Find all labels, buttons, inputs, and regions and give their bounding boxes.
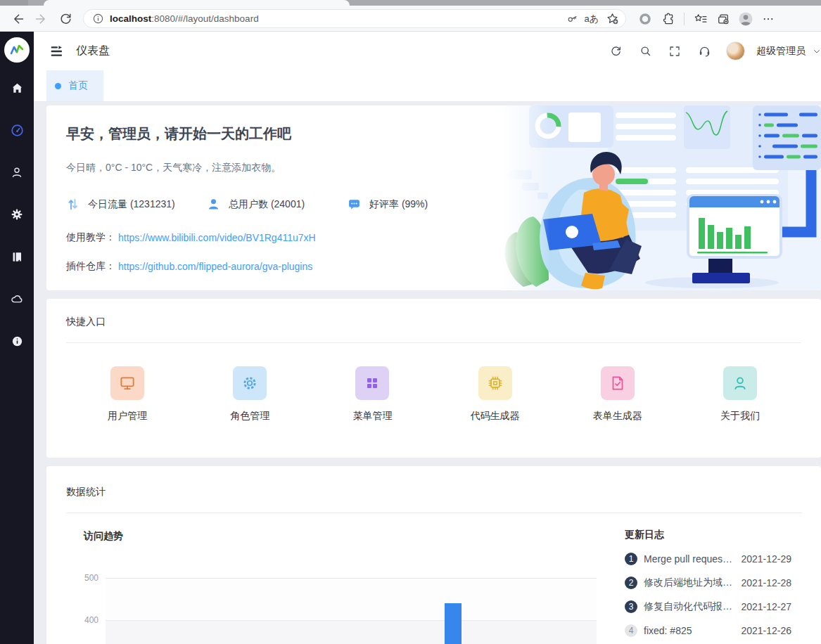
- plugin-link-row: 插件仓库： https://github.com/flipped-aurora/…: [66, 260, 801, 273]
- extension-ring-icon[interactable]: [635, 8, 656, 30]
- app-header: 仪表盘 超级管理员: [34, 32, 821, 70]
- stat-rating: 好评率 (99%): [348, 198, 488, 211]
- gear-outline-icon: [233, 366, 267, 400]
- quick-item-codegen[interactable]: 代码生成器: [434, 366, 556, 423]
- toolbar-divider: [684, 13, 685, 25]
- plugin-link-label: 插件仓库：: [66, 260, 115, 273]
- changelog-item: 4 fixed: #825 2021-12-26: [625, 624, 791, 637]
- divider: [66, 342, 801, 343]
- plugin-link[interactable]: https://github.com/flipped-aurora/gva-pl…: [118, 261, 312, 272]
- avatar[interactable]: [726, 41, 745, 60]
- quick-item-formgen[interactable]: 表单生成器: [556, 366, 679, 423]
- favorite-star-add-icon[interactable]: [604, 11, 620, 27]
- user-name[interactable]: 超级管理员: [756, 45, 806, 58]
- screen: localhost:8080/#/layout/dashboard aあ: [0, 0, 821, 644]
- changelog-date: 2021-12-28: [741, 577, 791, 588]
- form-check-icon: [601, 366, 635, 400]
- browser-actions: [635, 8, 779, 30]
- page-title: 仪表盘: [76, 44, 110, 58]
- rank-badge: 2: [625, 577, 637, 589]
- refresh-icon[interactable]: [604, 39, 628, 63]
- site-info-icon[interactable]: [92, 13, 104, 25]
- quick-label: 角色管理: [230, 410, 269, 423]
- reload-icon[interactable]: [55, 8, 76, 30]
- extensions-puzzle-icon[interactable]: [657, 8, 678, 30]
- data-stats-card: 数据统计 访问趋势 500 400 更新日志: [46, 466, 821, 644]
- password-key-icon[interactable]: [566, 13, 578, 25]
- back-icon[interactable]: [7, 8, 28, 30]
- quick-label: 用户管理: [108, 410, 147, 423]
- gridline: [106, 620, 597, 621]
- quick-label: 关于我们: [720, 410, 760, 423]
- quick-item-about[interactable]: 关于我们: [679, 366, 801, 423]
- rank-badge: 1: [625, 553, 637, 565]
- ytick-500: 500: [75, 573, 98, 583]
- quick-grid: 用户管理 角色管理 菜单管理: [66, 366, 801, 423]
- chart-band: [106, 620, 597, 644]
- stat-traffic: 今日流量 (1231231): [66, 198, 207, 211]
- sidebar-item-settings[interactable]: [8, 206, 25, 223]
- tutorial-link-label: 使用教学：: [66, 231, 115, 244]
- chart-band: [106, 578, 597, 620]
- sidebar-item-dashboard[interactable]: [8, 122, 25, 139]
- traffic-arrows-icon: [66, 198, 79, 211]
- rank-badge: 4: [625, 624, 637, 637]
- quick-label: 代码生成器: [471, 410, 520, 423]
- changelog-item: 2 修改后端地址为域… 2021-12-28: [625, 577, 791, 589]
- page-content: 早安，管理员，请开始一天的工作吧 今日晴，0°C - 10°C，天气寒冷，注意添…: [34, 102, 821, 644]
- search-icon[interactable]: [633, 39, 657, 63]
- monitor-icon: [110, 366, 144, 400]
- url-text[interactable]: localhost:8080/#/layout/dashboard: [110, 13, 560, 24]
- profile-icon[interactable]: [735, 8, 756, 30]
- changelog-text: 修改后端地址为域…: [644, 577, 735, 589]
- menu-dots-icon[interactable]: [758, 8, 779, 30]
- data-stats-title: 数据统计: [46, 486, 821, 498]
- active-tab[interactable]: [44, 0, 350, 6]
- inactive-tab[interactable]: [0, 0, 28, 6]
- rank-badge: 3: [625, 600, 637, 613]
- sidebar-item-library[interactable]: [8, 248, 25, 265]
- stat-users-label: 总用户数 (24001): [229, 198, 305, 211]
- changelog-item: 1 Merge pull reques… 2021-12-29: [625, 553, 791, 565]
- info-icon: [11, 335, 24, 348]
- cpu-icon: [478, 366, 512, 400]
- weather-text: 今日晴，0°C - 10°C，天气寒冷，注意添加衣物。: [66, 162, 801, 174]
- user-icon: [10, 165, 24, 179]
- sidebar-item-cloud[interactable]: [8, 290, 25, 307]
- quick-label: 菜单管理: [352, 410, 392, 423]
- translate-icon[interactable]: aあ: [584, 13, 599, 25]
- gridline: [106, 578, 597, 579]
- quick-entry-card: 快捷入口 用户管理 角色管理: [46, 299, 821, 458]
- collections-icon[interactable]: [713, 8, 734, 30]
- fullscreen-icon[interactable]: [663, 39, 687, 63]
- gear-icon: [10, 207, 24, 221]
- browser-tab-strip[interactable]: [0, 0, 821, 6]
- tutorial-link[interactable]: https://www.bilibili.com/video/BV1Rg411u…: [118, 232, 316, 243]
- sidebar-item-user[interactable]: [8, 164, 25, 181]
- ytick-400: 400: [75, 615, 98, 625]
- rating-comment-icon: [348, 198, 361, 211]
- headset-icon[interactable]: [692, 39, 716, 63]
- cloud-icon: [10, 292, 24, 306]
- visit-trend-chart: 访问趋势 500 400 更新日志 1 Merge pull reques: [46, 513, 821, 644]
- tab-home[interactable]: 首页: [46, 70, 103, 101]
- person-outline-icon: [723, 366, 757, 400]
- forward-icon[interactable]: [31, 8, 52, 30]
- changelog-text: 修复自动化代码报…: [644, 600, 735, 613]
- browser-chrome: localhost:8080/#/layout/dashboard aあ: [0, 0, 821, 32]
- changelog-date: 2021-12-27: [741, 601, 791, 612]
- favorites-bar-icon[interactable]: [690, 8, 711, 30]
- browser-address-bar[interactable]: localhost:8080/#/layout/dashboard aあ: [83, 9, 626, 28]
- quick-item-menus[interactable]: 菜单管理: [311, 366, 433, 423]
- sidebar-item-about[interactable]: [8, 333, 25, 349]
- collapse-menu-icon[interactable]: [48, 42, 66, 60]
- quick-label: 表单生成器: [593, 410, 642, 423]
- sidebar-item-home[interactable]: [8, 79, 25, 96]
- welcome-card: 早安，管理员，请开始一天的工作吧 今日晴，0°C - 10°C，天气寒冷，注意添…: [46, 105, 821, 290]
- changelog-item: 3 修复自动化代码报… 2021-12-27: [625, 600, 791, 613]
- quick-item-users[interactable]: 用户管理: [66, 366, 189, 423]
- sidebar-nav: [8, 79, 25, 349]
- quick-item-roles[interactable]: 角色管理: [189, 366, 311, 423]
- stat-users: 总用户数 (24001): [207, 198, 348, 211]
- changelog-text: Merge pull reques…: [644, 553, 735, 565]
